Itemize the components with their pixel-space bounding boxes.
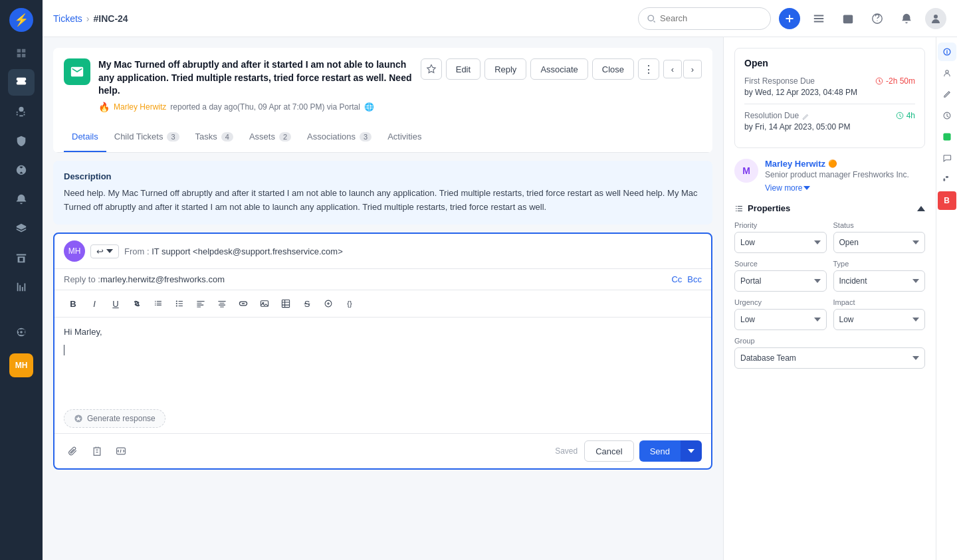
- breadcrumb-tickets[interactable]: Tickets: [53, 13, 82, 24]
- knowledge-base-icon[interactable]: [88, 442, 106, 460]
- resolution-label: Resolution Due: [744, 111, 799, 120]
- insert-snippet-icon[interactable]: [112, 442, 130, 460]
- contact-card: M Marley Herwitz 🟠 Senior product manage…: [734, 159, 925, 193]
- reply-button[interactable]: Reply: [484, 58, 526, 80]
- urgency-select[interactable]: Low Medium High: [734, 309, 827, 330]
- sidebar-item-layers[interactable]: [8, 215, 35, 242]
- tab-details[interactable]: Details: [64, 123, 106, 152]
- sidebar-item-settings[interactable]: [8, 319, 35, 345]
- star-button[interactable]: [421, 58, 442, 80]
- ticket-title: My Mac Turned off abruptly and after it …: [98, 58, 413, 98]
- source-select[interactable]: Portal Email Phone: [734, 270, 827, 292]
- code-button[interactable]: {}: [340, 294, 359, 313]
- edit-resolution-icon[interactable]: [801, 113, 809, 121]
- tab-assets[interactable]: Assets 2: [241, 123, 299, 152]
- edit-panel-icon[interactable]: [938, 85, 956, 104]
- sidebar-item-tickets[interactable]: [8, 69, 35, 96]
- more-options-button[interactable]: ⋮: [638, 58, 659, 80]
- unordered-list-button[interactable]: [170, 294, 189, 313]
- send-main-button[interactable]: Send: [639, 440, 681, 462]
- send-dropdown-button[interactable]: [681, 440, 702, 462]
- user-avatar[interactable]: [925, 8, 946, 29]
- insert-table-button[interactable]: [276, 294, 295, 313]
- attach-file-icon[interactable]: [64, 442, 82, 460]
- ordered-list-button[interactable]: [149, 294, 167, 313]
- insert-image-button[interactable]: [255, 294, 274, 313]
- ticket-icon: [64, 58, 90, 85]
- reply-to-email[interactable]: marley.herwitz@freshworks.com: [100, 274, 672, 284]
- user-menu[interactable]: MH: [9, 353, 33, 377]
- more-formats-button[interactable]: [319, 294, 338, 313]
- tab-activities[interactable]: Activities: [379, 123, 429, 152]
- group-select[interactable]: Database Team Support Team Engineering: [734, 347, 925, 369]
- person-panel-icon[interactable]: [938, 64, 956, 82]
- description-card: Description Need help. My Mac Turned off…: [53, 161, 712, 225]
- strikethrough-button[interactable]: S: [298, 294, 316, 313]
- sidebar-item-bugs[interactable]: [8, 98, 35, 125]
- close-button[interactable]: Close: [592, 58, 634, 80]
- freshdesk-panel-icon[interactable]: [938, 128, 956, 146]
- sidebar-item-box[interactable]: [8, 244, 35, 271]
- notification-icon[interactable]: [896, 8, 917, 29]
- associate-button[interactable]: Associate: [530, 58, 587, 80]
- svg-rect-2: [843, 15, 853, 23]
- status-property: Status Open Pending Resolved Closed: [833, 221, 926, 253]
- slack-panel-icon[interactable]: [938, 170, 956, 189]
- bold-button[interactable]: B: [64, 294, 82, 313]
- search-input[interactable]: [660, 13, 753, 23]
- view-more-button[interactable]: View more: [765, 183, 909, 193]
- sidebar-item-security[interactable]: [8, 128, 35, 154]
- status-select[interactable]: Open Pending Resolved Closed: [833, 232, 926, 253]
- sidebar-item-dashboard[interactable]: [8, 40, 35, 66]
- prev-ticket-button[interactable]: ‹: [663, 60, 682, 78]
- link-format-button[interactable]: [128, 294, 146, 313]
- clock-panel-icon[interactable]: [938, 106, 956, 125]
- type-select[interactable]: Incident Service Request Problem Change: [833, 270, 926, 292]
- editor-header: MH ↩ From : IT support <helpdesk@support…: [54, 234, 711, 269]
- sla-status: Open: [744, 58, 915, 68]
- right-panel: Open First Response Due by Wed, 12 Apr 2…: [723, 37, 936, 560]
- app-logo: ⚡: [9, 8, 33, 32]
- svg-point-5: [176, 301, 177, 302]
- sidebar-item-network[interactable]: [8, 157, 35, 183]
- info-panel-icon[interactable]: [938, 43, 956, 61]
- urgency-property: Urgency Low Medium High: [734, 298, 827, 330]
- tab-child-tickets[interactable]: Child Tickets 3: [106, 123, 187, 152]
- search-bar[interactable]: [638, 7, 771, 30]
- next-ticket-button[interactable]: ›: [683, 60, 702, 78]
- priority-select[interactable]: Low Medium High Urgent: [734, 232, 827, 253]
- first-response-timer: -2h 50m: [875, 76, 915, 86]
- reporter-name[interactable]: Marley Herwitz: [114, 102, 166, 112]
- add-button[interactable]: [779, 8, 800, 29]
- sidebar-item-alerts[interactable]: [8, 186, 35, 213]
- editor-greeting: Hi Marley,: [64, 326, 702, 339]
- help-icon[interactable]: [867, 8, 888, 29]
- align-left-button[interactable]: [191, 294, 210, 313]
- bcc-button[interactable]: Bcc: [687, 274, 702, 284]
- contact-name[interactable]: Marley Herwitz 🟠: [765, 159, 909, 169]
- app-b-panel-icon[interactable]: B: [938, 191, 956, 210]
- tab-tasks[interactable]: Tasks 4: [187, 123, 241, 152]
- italic-button[interactable]: I: [85, 294, 104, 313]
- insert-link-button[interactable]: [234, 294, 253, 313]
- editor-body[interactable]: Hi Marley,: [54, 318, 711, 404]
- globe-icon: 🌐: [364, 102, 374, 112]
- align-center-button[interactable]: [213, 294, 231, 313]
- associations-badge: 3: [360, 132, 372, 141]
- cancel-button[interactable]: Cancel: [584, 440, 633, 462]
- underline-button[interactable]: U: [106, 294, 125, 313]
- properties-toggle[interactable]: [917, 203, 925, 213]
- cc-button[interactable]: Cc: [671, 274, 682, 284]
- properties-icon: [734, 204, 744, 213]
- sidebar-item-reports[interactable]: [8, 274, 35, 300]
- main-area: Tickets › #INC-24: [43, 0, 957, 560]
- tab-associations[interactable]: Associations 3: [299, 123, 379, 152]
- chat-panel-icon[interactable]: [938, 149, 956, 167]
- reply-type-toggle[interactable]: ↩: [90, 244, 119, 258]
- list-icon[interactable]: [808, 8, 829, 29]
- calendar-icon[interactable]: [837, 8, 859, 29]
- properties-section: Properties Priority Low Medium High Urge…: [734, 203, 925, 369]
- generate-response-button[interactable]: Generate response: [64, 409, 165, 428]
- impact-select[interactable]: Low Medium High: [833, 309, 926, 330]
- edit-button[interactable]: Edit: [446, 58, 480, 80]
